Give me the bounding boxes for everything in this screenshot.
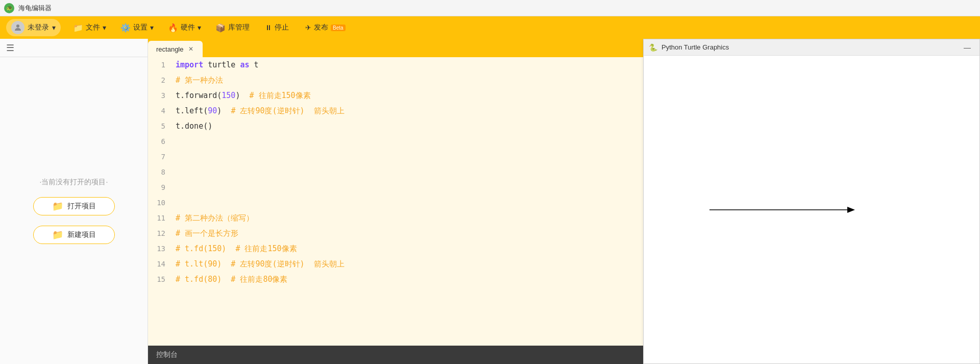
code-line-5: 5 t.done() (148, 118, 643, 134)
library-menu[interactable]: 📦 库管理 (209, 20, 256, 36)
gear-icon: ⚙️ (120, 23, 131, 33)
hamburger-icon[interactable]: ☰ (6, 42, 14, 54)
hardware-menu[interactable]: 🔥 硬件 ▾ (162, 20, 207, 36)
line-num-14: 14 (148, 256, 174, 272)
no-project-text: ·当前没有打开的项目· (40, 178, 108, 187)
publish-label: 发布 (314, 23, 328, 32)
menu-bar: 未登录 ▾ 📁 文件 ▾ ⚙️ 设置 ▾ 🔥 硬件 ▾ 📦 库管理 ⏸ 停止 ✈… (0, 16, 980, 39)
app-title-bar: 🐢 海龟编辑器 (0, 0, 980, 16)
code-line-10: 10 (148, 195, 643, 210)
tab-rectangle[interactable]: rectangle ✕ (148, 41, 203, 57)
file-dropdown-icon: ▾ (103, 23, 106, 32)
sidebar: ☰ ·当前没有打开的项目· 📁 打开项目 📁 新建项目 (0, 39, 148, 364)
minimize-icon: — (964, 43, 971, 52)
line-num-8: 8 (148, 164, 174, 180)
turtle-window-icon: 🐍 (649, 43, 657, 52)
stop-label: 停止 (275, 23, 289, 32)
stop-button[interactable]: ⏸ 停止 (258, 20, 296, 35)
beta-badge: Beta (331, 25, 346, 31)
file-label: 文件 (86, 23, 100, 32)
line-num-13: 13 (148, 241, 174, 256)
file-menu[interactable]: 📁 文件 ▾ (67, 20, 112, 36)
line-content-4: t.left(90) # 左转90度(逆时针) 箭头朝上 (174, 103, 643, 118)
line-content-7 (174, 149, 643, 164)
hardware-label: 硬件 (181, 23, 195, 32)
line-content-1: import turtle as t (174, 57, 643, 72)
new-project-button[interactable]: 📁 新建项目 (33, 226, 115, 244)
code-line-6: 6 (148, 134, 643, 149)
turtle-title-bar: 🐍 Python Turtle Graphics — (644, 39, 979, 56)
code-line-1: 1 import turtle as t (148, 57, 643, 72)
svg-marker-2 (847, 207, 855, 213)
svg-point-0 (16, 25, 19, 28)
stop-icon: ⏸ (265, 23, 272, 32)
line-content-15: # t.fd(80) # 往前走80像素 (174, 272, 643, 287)
line-num-1: 1 (148, 57, 174, 72)
code-line-3: 3 t.forward(150) # 往前走150像素 (148, 88, 643, 103)
settings-label: 设置 (133, 23, 148, 32)
app-logo: 🐢 (4, 3, 14, 13)
open-project-folder-icon: 📁 (52, 201, 63, 212)
user-menu[interactable]: 未登录 ▾ (6, 19, 61, 36)
code-line-14: 14 # t.lt(90) # 左转90度(逆时针) 箭头朝上 (148, 256, 643, 272)
open-project-label: 打开项目 (67, 202, 96, 211)
turtle-window-title: Python Turtle Graphics (662, 43, 956, 51)
line-content-2: # 第一种办法 (174, 72, 643, 88)
editor-area: rectangle ✕ 1 import turtle as t 2 # 第一种… (148, 39, 643, 364)
line-content-3: t.forward(150) # 往前走150像素 (174, 88, 643, 103)
line-num-12: 12 (148, 226, 174, 241)
line-content-10 (174, 195, 643, 210)
new-project-label: 新建项目 (67, 230, 96, 239)
line-content-5: t.done() (174, 118, 643, 134)
line-content-9 (174, 180, 643, 195)
tab-label: rectangle (156, 45, 183, 53)
settings-dropdown-icon: ▾ (150, 23, 154, 32)
code-line-4: 4 t.left(90) # 左转90度(逆时针) 箭头朝上 (148, 103, 643, 118)
tab-close-icon[interactable]: ✕ (187, 44, 194, 54)
sidebar-content: ·当前没有打开的项目· 📁 打开项目 📁 新建项目 (0, 57, 148, 364)
tab-bar: rectangle ✕ (148, 39, 643, 57)
line-num-15: 15 (148, 272, 174, 287)
code-line-12: 12 # 画一个是长方形 (148, 226, 643, 241)
line-num-7: 7 (148, 149, 174, 164)
code-line-11: 11 # 第二种办法（缩写） (148, 210, 643, 226)
line-content-6 (174, 134, 643, 149)
line-num-2: 2 (148, 72, 174, 88)
open-project-button[interactable]: 📁 打开项目 (33, 197, 115, 215)
line-content-11: # 第二种办法（缩写） (174, 210, 643, 226)
line-content-8 (174, 164, 643, 180)
line-content-13: # t.fd(150) # 往前走150像素 (174, 241, 643, 256)
code-line-8: 8 (148, 164, 643, 180)
user-avatar (11, 21, 24, 34)
console-bar: 控制台 (148, 346, 643, 364)
publish-icon: ✈ (305, 23, 311, 32)
line-num-4: 4 (148, 103, 174, 118)
hardware-dropdown-icon: ▾ (198, 23, 201, 32)
turtle-canvas (644, 56, 979, 363)
line-num-11: 11 (148, 210, 174, 226)
turtle-window: 🐍 Python Turtle Graphics — (643, 39, 980, 364)
app-title: 海龟编辑器 (18, 4, 52, 13)
main-area: ☰ ·当前没有打开的项目· 📁 打开项目 📁 新建项目 rectangle ✕ (0, 39, 980, 364)
code-line-7: 7 (148, 149, 643, 164)
turtle-drawing (709, 205, 863, 215)
publish-button[interactable]: ✈ 发布 Beta (298, 20, 353, 35)
sidebar-header: ☰ (0, 39, 148, 57)
line-num-10: 10 (148, 195, 174, 210)
code-editor[interactable]: 1 import turtle as t 2 # 第一种办法 3 t.forwa… (148, 57, 643, 346)
user-dropdown-icon: ▾ (52, 23, 56, 32)
line-num-9: 9 (148, 180, 174, 195)
code-line-15: 15 # t.fd(80) # 往前走80像素 (148, 272, 643, 287)
code-line-9: 9 (148, 180, 643, 195)
line-num-6: 6 (148, 134, 174, 149)
code-line-2: 2 # 第一种办法 (148, 72, 643, 88)
line-content-14: # t.lt(90) # 左转90度(逆时针) 箭头朝上 (174, 256, 643, 272)
settings-menu[interactable]: ⚙️ 设置 ▾ (114, 20, 160, 36)
line-content-12: # 画一个是长方形 (174, 226, 643, 241)
user-label: 未登录 (28, 23, 49, 32)
library-icon: 📦 (215, 23, 226, 33)
turtle-minimize-button[interactable]: — (960, 42, 974, 53)
library-label: 库管理 (228, 23, 250, 32)
file-icon: 📁 (73, 23, 83, 33)
console-label: 控制台 (156, 350, 178, 359)
